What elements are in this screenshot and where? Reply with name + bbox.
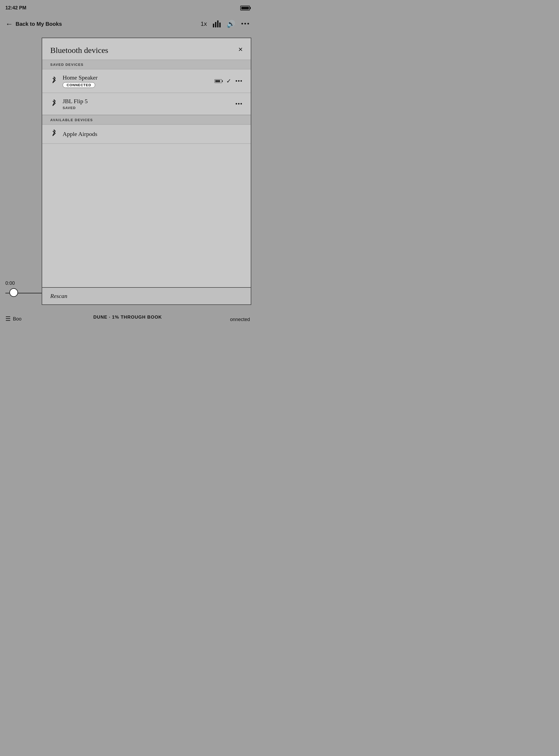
bluetooth-icon-airpods — [50, 130, 58, 139]
speed-button[interactable]: 1x — [200, 20, 207, 27]
bottom-left-nav[interactable]: ☰ Boo — [5, 315, 22, 322]
home-speaker-name: Home Speaker — [63, 74, 210, 81]
modal-title: Bluetooth devices — [50, 46, 108, 55]
bluetooth-icon-jbl — [50, 99, 58, 109]
device-row-airpods[interactable]: Apple Airpods — [42, 125, 251, 144]
jbl-status: SAVED — [63, 106, 230, 110]
bottom-bar: DUNE · 1% THROUGH BOOK — [0, 307, 255, 328]
saved-devices-label: SAVED DEVICES — [50, 63, 84, 67]
device-row-jbl[interactable]: JBL Flip 5 SAVED ••• — [42, 93, 251, 115]
jbl-more-button[interactable]: ••• — [236, 101, 243, 107]
progress-thumb[interactable] — [9, 288, 18, 297]
back-arrow-icon: ← — [5, 20, 13, 28]
saved-devices-header: SAVED DEVICES — [42, 60, 251, 69]
book-progress-label: DUNE · 1% THROUGH BOOK — [93, 315, 162, 320]
airpods-info: Apple Airpods — [63, 131, 243, 138]
modal-header: Bluetooth devices × — [42, 38, 251, 60]
nav-bar: ← Back to My Books 1x 🔊 ••• — [0, 15, 255, 33]
status-bar: 12:42 PM — [0, 0, 255, 15]
jbl-info: JBL Flip 5 SAVED — [63, 98, 230, 110]
battery-icon — [240, 6, 250, 10]
volume-icon[interactable]: 🔊 — [227, 20, 235, 28]
device-row-home-speaker[interactable]: Home Speaker CONNECTED ✓ ••• — [42, 69, 251, 93]
status-time: 12:42 PM — [5, 5, 26, 11]
modal-footer: Rescan — [42, 287, 251, 304]
more-options-icon[interactable]: ••• — [241, 20, 250, 28]
available-devices-label: AVAILABLE DEVICES — [50, 118, 93, 122]
bluetooth-modal: Bluetooth devices × SAVED DEVICES Home S… — [42, 38, 251, 305]
back-label: Back to My Books — [16, 21, 62, 27]
close-button[interactable]: × — [238, 46, 243, 53]
books-partial-label: Boo — [13, 316, 22, 322]
available-devices-header: AVAILABLE DEVICES — [42, 115, 251, 125]
jbl-name: JBL Flip 5 — [63, 98, 230, 105]
rescan-button[interactable]: Rescan — [50, 293, 67, 300]
device-battery-icon — [215, 79, 222, 83]
time-start: 0:00 — [5, 280, 15, 286]
chapters-list-icon: ☰ — [5, 315, 11, 322]
nav-actions: 1x 🔊 ••• — [200, 20, 250, 28]
home-speaker-more-button[interactable]: ••• — [236, 78, 243, 84]
jbl-actions: ••• — [236, 101, 243, 107]
chapters-icon[interactable] — [213, 20, 221, 27]
home-speaker-status: CONNECTED — [63, 82, 95, 88]
connected-partial-label: onnected — [230, 317, 250, 322]
home-speaker-info: Home Speaker CONNECTED — [63, 74, 210, 88]
checkmark-icon: ✓ — [226, 78, 231, 85]
airpods-name: Apple Airpods — [63, 131, 243, 138]
home-speaker-actions: ✓ ••• — [215, 78, 243, 85]
bluetooth-icon-home-speaker — [50, 76, 58, 86]
back-button[interactable]: ← Back to My Books — [5, 20, 200, 28]
